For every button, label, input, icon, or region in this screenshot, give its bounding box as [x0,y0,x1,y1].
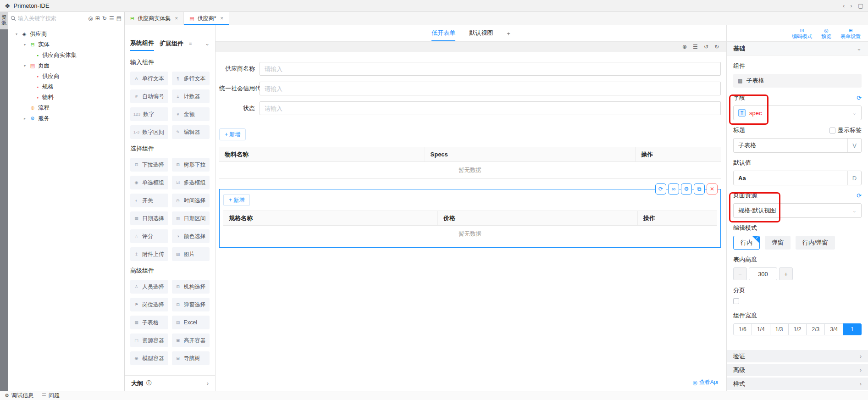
component-nav-tree[interactable]: ⊟导航树 [172,351,210,365]
layout-toggle-icon[interactable]: ▢ [858,2,863,9]
new-model-icon[interactable]: ⊞ [95,15,100,22]
view-api-link[interactable]: ◎ 查看Api [692,378,718,386]
chevron-right-icon[interactable]: › [207,380,209,387]
tree-item-page-spec[interactable]: ● 规格 [8,82,124,92]
component-single-line-text[interactable]: A单行文本 [130,72,168,85]
settings-gear-icon[interactable]: ⚙ [681,183,692,194]
caret-down-icon[interactable]: ▾ [22,43,27,47]
debug-info-button[interactable]: ⚙ 调试信息 [5,392,33,400]
width-option-1-6[interactable]: 1/6 [733,323,752,335]
grid-icon[interactable]: ⊜ [682,44,687,50]
refresh-icon[interactable]: ⟳ [857,94,862,101]
tree-item-supplier-entityset[interactable]: ● 供应商实体集 [8,50,124,61]
component-resource-container[interactable]: ▢资源容器 [130,333,168,347]
add-row-button[interactable]: + 新增 [219,128,246,140]
component-excel[interactable]: ▤Excel [172,316,210,329]
component-select[interactable]: ⊟下拉选择 [130,158,168,172]
show-label-checkbox[interactable] [829,128,835,133]
component-counter[interactable]: ±计数器 [172,89,210,103]
status-input[interactable] [260,101,721,115]
tree-item-pages[interactable]: ▾ ▤ 页面 [8,61,124,71]
width-option-1-3[interactable]: 1/3 [770,323,789,335]
form-settings-button[interactable]: ⊞ 表单设置 [840,28,861,39]
close-icon[interactable]: × [175,15,178,22]
copy-icon[interactable]: ⧉ [694,183,705,194]
variable-toggle-button[interactable]: V [847,139,861,152]
preview-button[interactable]: ◎ 预览 [821,28,831,39]
title-input[interactable]: 子表格 V [733,138,862,153]
component-switch[interactable]: ◐开关 [130,194,168,207]
component-multi-line-text[interactable]: ¶多行文本 [172,72,210,85]
tab-system-components[interactable]: 系统组件 [130,39,154,51]
component-upload[interactable]: ↥附件上传 [130,247,168,261]
outline-icon[interactable]: ☰ [693,44,698,50]
view-tab-lowcode-form[interactable]: 低开表单 [431,29,455,41]
tree-item-supplier-root[interactable]: ▾ ◈ 供应商 [8,29,124,39]
component-editor[interactable]: ✎编辑器 [172,125,210,139]
pagination-checkbox[interactable] [733,298,739,304]
add-row-button[interactable]: + 新增 [223,194,250,206]
component-color-picker[interactable]: ◑颜色选择 [172,229,210,243]
code-mode-button[interactable]: ⊡ 编码模式 [792,28,812,39]
page-resource-select[interactable]: 规格-默认视图 ⌄ [733,203,862,218]
redo-icon[interactable]: ↻ [714,44,719,50]
width-option-3-4[interactable]: 3/4 [824,323,843,335]
search-input[interactable] [18,15,86,22]
width-option-1[interactable]: 1 [843,323,862,335]
component-post-select[interactable]: ⚑岗位选择 [130,298,168,311]
component-radio-group[interactable]: ◉单选框组 [130,176,168,189]
sort-icon[interactable]: ☰ [109,15,114,22]
outline-toggle[interactable]: 大纲 ⓘ › [125,375,215,391]
component-model-container[interactable]: ◉模型容器 [130,351,168,365]
component-amount[interactable]: ¥金额 [172,107,210,121]
table-height-value[interactable]: 300 [749,267,777,280]
editor-tab-supplier-entityset[interactable]: ⊟ 供应商实体集 × [125,12,184,25]
edit-mode-inline-popup[interactable]: 行内/弹窗 [796,236,835,250]
sync-icon[interactable]: ⟳ [655,183,666,194]
component-org-select[interactable]: ⊞机构选择 [172,280,210,294]
chevron-down-icon[interactable]: ⌄ [205,40,210,50]
view-tab-default-view[interactable]: 默认视图 [469,29,493,41]
component-hicode-container[interactable]: ▣高开容器 [172,333,210,347]
refresh-icon[interactable]: ⟳ [857,192,862,199]
dynamic-toggle-button[interactable]: D [847,171,861,185]
tree-item-service[interactable]: ▸ ⚙ 服务 [8,113,124,124]
supplier-name-input[interactable] [260,62,721,76]
component-number[interactable]: 123数字 [130,107,168,121]
add-view-button[interactable]: + [507,30,510,41]
component-checkbox-group[interactable]: ☑多选框组 [172,176,210,189]
section-style[interactable]: 样式 › [727,378,868,390]
nav-back-icon[interactable]: ‹ [843,2,845,9]
caret-right-icon[interactable]: ▸ [22,117,27,121]
component-tree-select[interactable]: ⊞树形下拉 [172,158,210,172]
problems-button[interactable]: ☰ 问题 [42,392,60,400]
edit-mode-inline[interactable]: 行内 ✓ [733,236,760,250]
tree-item-page-supplier[interactable]: ● 供应商 [8,71,124,82]
section-advanced[interactable]: 高级 › [727,364,868,376]
tree-item-page-material[interactable]: ● 物料 [8,92,124,103]
increment-button[interactable]: + [779,267,793,280]
component-popup-select[interactable]: ⊡弹窗选择 [172,298,210,311]
default-value-input[interactable]: Aa D [733,171,862,185]
selected-sub-table-block[interactable]: ⟳ ∞ ⚙ ⧉ ✕ + 新增 规格名称 价格 操作 [219,189,721,248]
component-sub-table[interactable]: ▦子表格 [130,316,168,329]
link-icon[interactable]: ∞ [668,183,679,194]
component-auto-number[interactable]: #自动编号 [130,89,168,103]
tab-extension-components[interactable]: 扩展组件 [160,39,183,50]
tree-item-process[interactable]: ⊕ 流程 [8,103,124,113]
component-user-select[interactable]: ♙人员选择 [130,280,168,294]
field-select[interactable]: T spec ⌄ [733,106,862,120]
edit-mode-popup[interactable]: 弹窗 [765,236,791,250]
component-date-picker[interactable]: ▦日期选择 [130,211,168,225]
panel-menu-icon[interactable]: ≡ [189,41,192,49]
delete-icon[interactable]: ✕ [707,183,718,194]
decrement-button[interactable]: − [733,267,747,280]
chevron-down-icon[interactable]: ⌄ [857,45,862,52]
nav-forward-icon[interactable]: › [850,2,852,9]
section-basic-header[interactable]: 基础 ⌄ [727,42,868,56]
ai-assistant-icon[interactable]: ◎ [88,15,93,22]
editor-tab-supplier[interactable]: ▤ 供应商* × [184,12,229,25]
component-image[interactable]: ▨图片 [172,247,210,261]
component-time-picker[interactable]: ◷时间选择 [172,194,210,207]
section-validation[interactable]: 验证 › [727,350,868,362]
